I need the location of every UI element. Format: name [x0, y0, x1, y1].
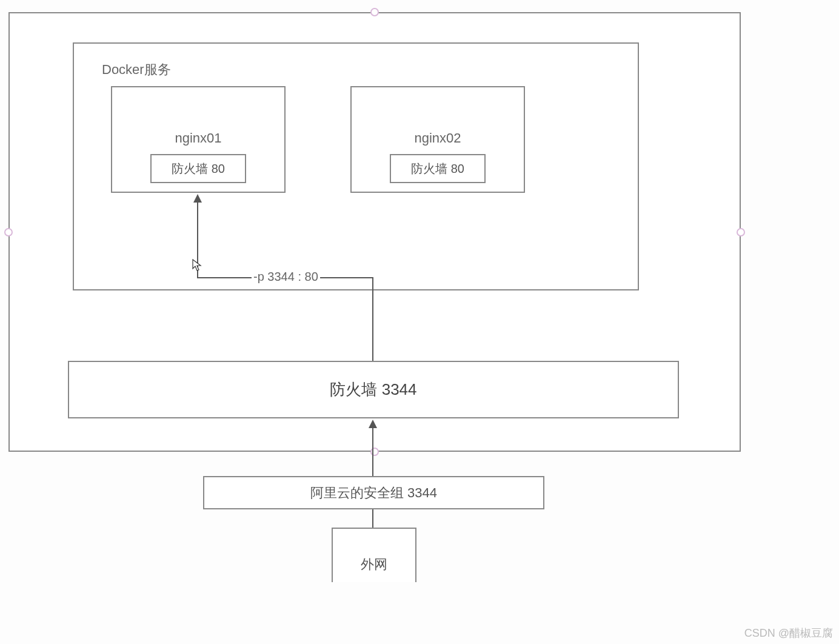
arrow-vertical-security	[372, 509, 373, 528]
external-net-box: 外网	[332, 528, 416, 582]
line-horizontal-left	[198, 277, 252, 278]
arrow-vertical-nginx01	[197, 202, 198, 278]
security-group-box: 阿里云的安全组 3344	[203, 476, 544, 509]
line-horizontal-right	[320, 277, 373, 278]
docker-service-label: Docker服务	[102, 61, 171, 79]
watermark-text: CSDN @醋椒豆腐	[744, 626, 833, 640]
port-mapping-label: -p 3344 : 80	[253, 270, 318, 284]
security-group-label: 阿里云的安全组 3344	[310, 484, 437, 502]
external-net-label: 外网	[361, 555, 387, 574]
arrowhead-firewall	[369, 420, 377, 428]
firewall-main-box: 防火墙 3344	[68, 361, 679, 418]
nginx02-firewall-box: 防火墙 80	[390, 154, 486, 183]
selection-handle-right[interactable]	[737, 228, 745, 236]
arrowhead-nginx01	[193, 194, 202, 203]
nginx01-title: nginx01	[111, 130, 286, 146]
firewall-main-label: 防火墙 3344	[330, 379, 416, 400]
line-vertical-to-firewall	[372, 277, 373, 361]
selection-handle-top[interactable]	[370, 8, 379, 16]
arrow-vertical-firewall	[372, 428, 373, 476]
nginx02-title: nginx02	[350, 130, 525, 146]
nginx01-firewall-label: 防火墙 80	[172, 161, 225, 177]
nginx01-firewall-box: 防火墙 80	[150, 154, 246, 183]
selection-handle-left[interactable]	[4, 228, 13, 236]
nginx02-firewall-label: 防火墙 80	[411, 161, 464, 177]
